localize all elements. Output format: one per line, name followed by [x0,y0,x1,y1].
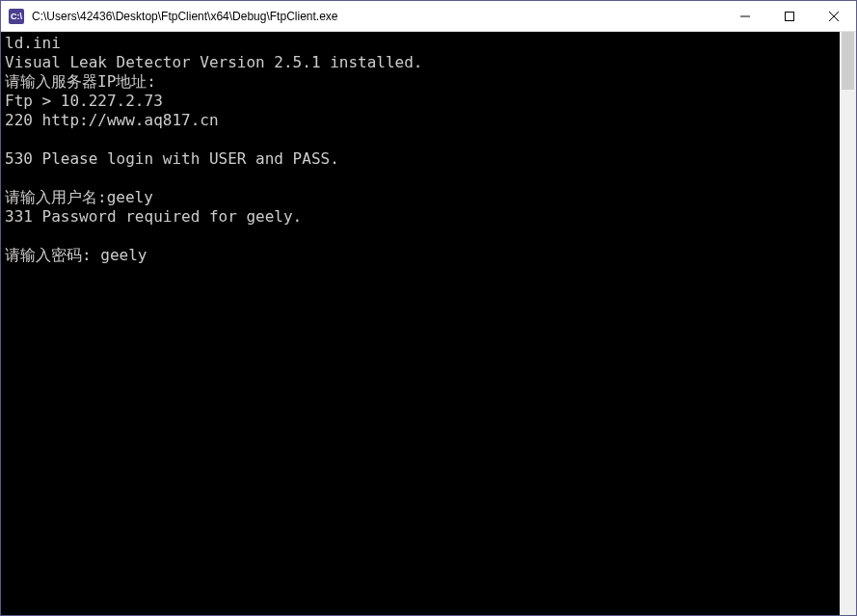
maximize-icon [785,12,794,21]
console-output[interactable]: ld.ini Visual Leak Detector Version 2.5.… [1,32,840,615]
app-icon: C:\ [9,9,24,24]
maximize-button[interactable] [767,1,812,31]
vertical-scrollbar[interactable] [840,32,856,615]
window-controls [723,1,856,31]
svg-rect-1 [786,12,794,20]
minimize-icon [740,12,750,21]
close-button[interactable] [812,1,856,31]
minimize-button[interactable] [723,1,767,31]
console-wrapper: ld.ini Visual Leak Detector Version 2.5.… [1,32,856,615]
window-titlebar: C:\ C:\Users\42436\Desktop\FtpClient\x64… [1,1,856,32]
scrollbar-thumb[interactable] [842,32,854,90]
close-icon [829,12,839,21]
window-title: C:\Users\42436\Desktop\FtpClient\x64\Deb… [32,10,723,23]
